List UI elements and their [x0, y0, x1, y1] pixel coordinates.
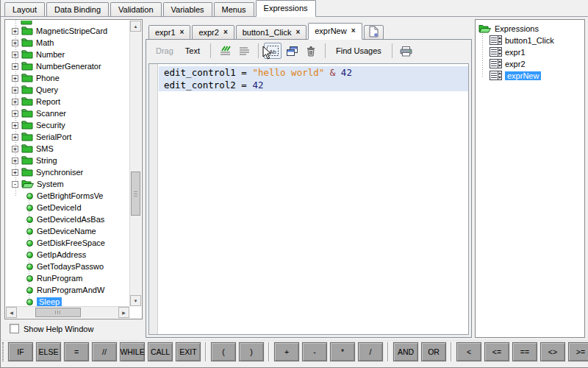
expand-icon[interactable]: +	[12, 52, 18, 58]
function-tree[interactable]: +MagneticStripeCard+Math+Number+NumberGe…	[6, 21, 129, 306]
operator-button-while[interactable]: WHILE	[120, 342, 145, 361]
operator-button--[interactable]: <=	[484, 342, 509, 361]
expand-icon[interactable]: +	[12, 75, 18, 82]
editor-tab-expr1[interactable]: expr1×	[148, 25, 190, 40]
close-icon[interactable]: ×	[180, 29, 184, 36]
show-help-checkbox[interactable]	[10, 324, 19, 333]
tree-function-sleep[interactable]: Sleep	[6, 296, 129, 306]
operator-button--[interactable]: +	[274, 342, 299, 361]
scroll-down-button[interactable]: ▼	[130, 295, 141, 306]
operator-button--[interactable]: >=	[568, 342, 588, 361]
editor-tab-button1-click[interactable]: button1_Click×	[236, 25, 307, 40]
text-mode-button[interactable]: Text	[180, 45, 205, 57]
operator-button--[interactable]: *	[330, 342, 355, 361]
copy-icon[interactable]	[283, 43, 301, 59]
expand-icon[interactable]: +	[12, 134, 18, 141]
tab-menus[interactable]: Menus	[214, 2, 254, 17]
tree-folder-number[interactable]: +Number	[6, 49, 129, 60]
tree-function-getdevicename[interactable]: GetDeviceName	[6, 225, 129, 237]
tree-folder-sms[interactable]: +SMS	[6, 143, 129, 155]
operator-button-call[interactable]: CALL	[148, 342, 173, 361]
vertical-scrollbar[interactable]: ▲ ▼	[129, 21, 141, 306]
operator-button-or[interactable]: OR	[421, 342, 446, 361]
operator-button--[interactable]: =	[64, 342, 89, 361]
tree-folder-query[interactable]: +Query	[6, 84, 129, 96]
expression-item-expr1[interactable]: expr1	[476, 46, 584, 58]
editor-tab-expr2[interactable]: expr2×	[192, 25, 234, 40]
vertical-scroll-thumb[interactable]	[131, 171, 140, 216]
close-icon[interactable]: ×	[223, 29, 228, 36]
operator-button-and[interactable]: AND	[393, 342, 418, 361]
tab-variables[interactable]: Variables	[163, 2, 212, 17]
tree-folder-string[interactable]: +String	[6, 155, 129, 166]
expressions-root[interactable]: Expressions	[476, 23, 584, 35]
close-icon[interactable]: ×	[295, 29, 300, 36]
code-editor[interactable]: edit_control1 = "hello world" & 42edit_c…	[148, 63, 469, 335]
tree-folder-synchroniser[interactable]: +Synchroniser	[6, 166, 129, 178]
expression-item-exprnew[interactable]: exprNew	[476, 70, 584, 82]
tab-data-binding[interactable]: Data Binding	[46, 2, 109, 17]
tab-expressions[interactable]: Expressions	[256, 0, 316, 17]
expand-icon[interactable]: +	[12, 87, 18, 93]
operator-button--[interactable]: (	[211, 342, 236, 361]
operator-button--[interactable]: /	[358, 342, 383, 361]
operator-button-if[interactable]: IF	[8, 342, 33, 361]
tree-function-getdeviceid[interactable]: GetDeviceId	[6, 202, 129, 213]
tree-function-getbrightformsve[interactable]: GetBrightFormsVe	[6, 190, 129, 202]
delete-icon[interactable]	[302, 43, 320, 59]
tree-function-gettodayspasswo[interactable]: GetTodaysPasswo	[6, 261, 129, 272]
operator-button-exit[interactable]: EXIT	[176, 342, 201, 361]
expression-item-expr2[interactable]: expr2	[476, 58, 584, 70]
operator-button--[interactable]: //	[92, 342, 117, 361]
tab-validation[interactable]: Validation	[110, 2, 162, 17]
scroll-up-button[interactable]: ▲	[130, 21, 141, 32]
expand-icon[interactable]: +	[12, 99, 18, 105]
operator-button--[interactable]: <>	[540, 342, 565, 361]
collapse-icon[interactable]: -	[12, 181, 18, 188]
operator-button--[interactable]: )	[239, 342, 264, 361]
scroll-right-button[interactable]: ▶	[118, 307, 129, 318]
tree-folder-system[interactable]: -System	[6, 178, 129, 190]
label-icon[interactable]: Ab	[264, 43, 282, 59]
close-icon[interactable]: ×	[351, 27, 356, 35]
operator-button--[interactable]: ==	[512, 342, 537, 361]
expand-icon[interactable]: +	[12, 146, 18, 152]
operator-button--[interactable]: <	[456, 342, 481, 361]
horizontal-scroll-thumb[interactable]	[35, 308, 81, 317]
expand-icon[interactable]: +	[12, 122, 18, 129]
tab-layout[interactable]: Layout	[4, 2, 45, 17]
tree-function-getipaddress[interactable]: GetIpAddress	[6, 249, 129, 261]
toolbar-gripper[interactable]	[2, 342, 4, 361]
scroll-left-button[interactable]: ◀	[6, 307, 17, 318]
expand-icon[interactable]: +	[12, 169, 18, 176]
tree-folder-math[interactable]: +Math	[6, 37, 129, 49]
expand-icon[interactable]: +	[12, 110, 18, 117]
tree-function-runprogram[interactable]: RunProgram	[6, 272, 129, 284]
tree-folder-magneticstripecard[interactable]: +MagneticStripeCard	[6, 25, 129, 37]
comment-icon[interactable]	[216, 43, 234, 59]
expand-icon[interactable]: +	[12, 28, 18, 35]
tree-folder-numbergenerator[interactable]: +NumberGenerator	[6, 60, 129, 72]
expression-item-button1-click[interactable]: button1_Click	[476, 35, 584, 46]
new-expression-tab[interactable]	[364, 25, 384, 40]
expand-icon[interactable]: +	[12, 40, 18, 46]
operator-button--[interactable]: -	[302, 342, 327, 361]
tree-folder-serialport[interactable]: +SerialPort	[6, 131, 129, 143]
operator-button-else[interactable]: ELSE	[36, 342, 61, 361]
expand-icon[interactable]: +	[12, 63, 18, 70]
uncomment-icon[interactable]	[235, 43, 253, 59]
print-icon[interactable]	[398, 43, 415, 59]
tree-folder-scanner[interactable]: +Scanner	[6, 107, 129, 119]
tree-folder-report[interactable]: +Report	[6, 96, 129, 107]
find-usages-button[interactable]: Find Usages	[331, 45, 387, 57]
tree-folder-security[interactable]: +Security	[6, 119, 129, 131]
horizontal-scrollbar[interactable]: ◀ ▶	[6, 306, 129, 318]
drag-mode-button[interactable]: Drag	[151, 45, 179, 57]
editor-tab-exprnew[interactable]: exprNew×	[308, 23, 362, 40]
tree-function-runprogramandw[interactable]: RunProgramAndW	[6, 284, 129, 296]
tree-function-getdeviceidasbas[interactable]: GetDeviceIdAsBas	[6, 213, 129, 225]
expressions-tree[interactable]: Expressionsbutton1_Clickexpr1expr2exprNe…	[476, 20, 584, 82]
tree-function-getdiskfreespace[interactable]: GetDiskFreeSpace	[6, 237, 129, 249]
expand-icon[interactable]: +	[12, 158, 18, 164]
tree-folder-phone[interactable]: +Phone	[6, 72, 129, 84]
